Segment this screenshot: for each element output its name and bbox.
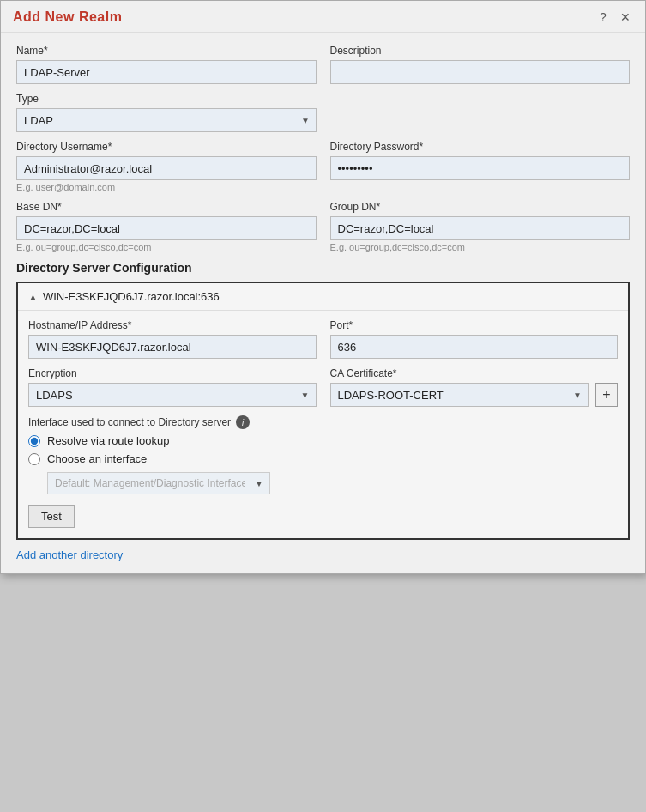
description-label: Description [330,45,631,57]
collapse-icon[interactable]: ▲ [28,292,38,302]
dir-username-input[interactable] [16,156,317,180]
interface-select[interactable]: Default: Management/Diagnostic Interface [47,472,270,494]
dialog-title: Add New Realm [13,9,122,25]
encryption-label: Encryption [28,367,317,379]
description-group: Description [330,45,631,84]
name-group: Name* [16,45,317,84]
dir-server-config-title: Directory Server Configuration [16,261,630,275]
ca-cert-row: LDAPS-ROOT-CERT ▼ + [330,383,619,407]
base-dn-input[interactable] [16,216,317,240]
base-dn-group: Base DN* E.g. ou=group,dc=cisco,dc=com [16,201,317,252]
radio-resolve-label[interactable]: Resolve via route lookup [47,434,169,447]
dialog-header: Add New Realm ? ✕ [1,1,645,33]
encryption-ca-row: Encryption LDAPS None STARTTLS ▼ CA Cert… [28,367,618,407]
interface-label: Interface used to connect to Directory s… [28,415,618,429]
ca-cert-select[interactable]: LDAPS-ROOT-CERT [330,383,589,407]
server-body: Hostname/IP Address* Port* Encryption [18,319,628,528]
close-icon[interactable]: ✕ [618,9,633,25]
name-input[interactable] [16,60,317,84]
hostname-port-row: Hostname/IP Address* Port* [28,319,618,359]
dn-row: Base DN* E.g. ou=group,dc=cisco,dc=com G… [16,201,630,252]
radio-resolve[interactable] [28,435,40,447]
ca-cert-group: CA Certificate* LDAPS-ROOT-CERT ▼ [330,367,619,407]
radio-resolve-item: Resolve via route lookup [28,434,618,447]
add-directory-link[interactable]: Add another directory [16,548,123,561]
add-new-realm-dialog: Add New Realm ? ✕ Name* Description Type [0,0,646,574]
hostname-input[interactable] [28,335,317,359]
port-label: Port* [330,319,619,331]
group-dn-input[interactable] [330,216,631,240]
info-icon[interactable]: i [236,415,250,429]
interface-label-text: Interface used to connect to Directory s… [28,416,231,428]
base-dn-label: Base DN* [16,201,317,213]
radio-group: Resolve via route lookup Choose an inter… [28,434,618,465]
radio-choose[interactable] [28,453,40,465]
group-dn-group: Group DN* E.g. ou=group,dc=cisco,dc=com [330,201,631,252]
add-cert-button[interactable]: + [595,383,618,407]
interface-section: Interface used to connect to Directory s… [28,415,618,528]
help-icon[interactable]: ? [595,9,611,25]
base-dn-hint: E.g. ou=group,dc=cisco,dc=com [16,242,317,252]
dir-username-label: Directory Username* [16,141,317,153]
hostname-group: Hostname/IP Address* [28,319,317,359]
encryption-select-wrapper: LDAPS None STARTTLS ▼ [28,383,317,407]
interface-dropdown-row: Default: Management/Diagnostic Interface… [47,472,618,494]
ca-cert-select-wrap: LDAPS-ROOT-CERT ▼ [330,383,589,407]
type-select[interactable]: LDAP Active Directory Local [16,108,317,132]
dir-username-hint: E.g. user@domain.com [16,182,317,192]
name-label: Name* [16,45,317,57]
dir-password-label: Directory Password* [330,141,631,153]
type-select-wrapper: LDAP Active Directory Local ▼ [16,108,317,132]
ca-cert-select-wrapper: LDAPS-ROOT-CERT ▼ [330,383,589,407]
type-row: Type LDAP Active Directory Local ▼ [16,93,630,132]
directory-server-box: ▲ WIN-E3SKFJQD6J7.razor.local:636 Hostna… [16,282,630,540]
header-icons: ? ✕ [595,9,633,25]
dir-username-group: Directory Username* E.g. user@domain.com [16,141,317,192]
dialog-body: Name* Description Type LDAP Active Direc… [1,33,645,573]
test-button[interactable]: Test [28,505,75,528]
dir-password-group: Directory Password* [330,141,631,192]
description-input[interactable] [330,60,631,84]
port-group: Port* [330,319,619,359]
credentials-row: Directory Username* E.g. user@domain.com… [16,141,630,192]
server-header: ▲ WIN-E3SKFJQD6J7.razor.local:636 [18,283,628,311]
port-input[interactable] [330,335,619,359]
type-label: Type [16,93,317,105]
encryption-group: Encryption LDAPS None STARTTLS ▼ [28,367,317,407]
hostname-label: Hostname/IP Address* [28,319,317,331]
group-dn-hint: E.g. ou=group,dc=cisco,dc=com [330,242,631,252]
radio-choose-item: Choose an interface [28,452,618,465]
name-description-row: Name* Description [16,45,630,84]
group-dn-label: Group DN* [330,201,631,213]
encryption-select[interactable]: LDAPS None STARTTLS [28,383,317,407]
dir-password-input[interactable] [330,156,631,180]
interface-select-wrap: Default: Management/Diagnostic Interface… [47,472,270,494]
radio-choose-label[interactable]: Choose an interface [47,452,147,465]
type-group: Type LDAP Active Directory Local ▼ [16,93,317,132]
ca-cert-label: CA Certificate* [330,367,619,379]
server-header-label: WIN-E3SKFJQD6J7.razor.local:636 [43,290,220,303]
